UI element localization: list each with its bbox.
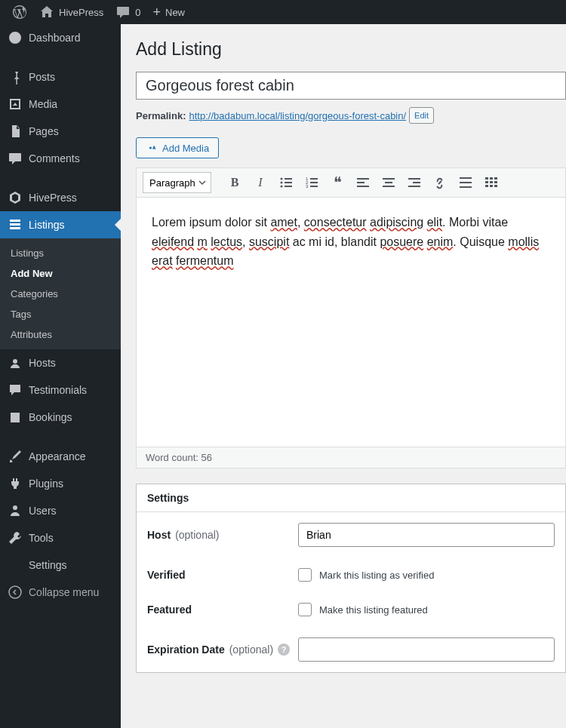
svg-rect-31 bbox=[494, 181, 497, 183]
svg-rect-30 bbox=[490, 181, 493, 183]
admin-topbar: HivePress 0 + New bbox=[0, 0, 566, 24]
collapse-icon bbox=[8, 585, 23, 600]
editor-box: Paragraph B I 123 ❝ Lorem ipsum dolor si… bbox=[136, 167, 566, 468]
submenu-categories[interactable]: Categories bbox=[0, 284, 121, 304]
main-content: Add Listing Permalink: http://badabum.lo… bbox=[121, 24, 566, 728]
link-icon bbox=[432, 175, 448, 190]
listing-title-input[interactable] bbox=[136, 72, 566, 100]
svg-point-1 bbox=[149, 146, 152, 149]
align-center-icon bbox=[381, 175, 396, 190]
field-expiration: Expiration Date (optional) ? bbox=[147, 637, 555, 662]
svg-rect-18 bbox=[385, 182, 392, 183]
featured-desc: Make this listing featured bbox=[319, 604, 428, 616]
svg-rect-7 bbox=[285, 186, 292, 187]
field-verified: Verified Mark this listing as verified bbox=[147, 568, 555, 582]
site-home-link[interactable]: HivePress bbox=[33, 0, 109, 24]
permalink-label: Permalink: bbox=[136, 110, 186, 121]
bullet-list-button[interactable] bbox=[275, 171, 297, 194]
editor-content[interactable]: Lorem ipsum dolor sit amet, consectetur … bbox=[137, 198, 565, 447]
host-select[interactable] bbox=[298, 523, 555, 547]
featured-checkbox[interactable] bbox=[298, 603, 312, 616]
submenu-attributes[interactable]: Attributes bbox=[0, 324, 121, 345]
verified-desc: Mark this listing as verified bbox=[319, 570, 434, 581]
menu-media[interactable]: Media bbox=[0, 91, 121, 118]
menu-bookings[interactable]: Bookings bbox=[0, 404, 121, 431]
comments-link[interactable]: 0 bbox=[109, 0, 146, 24]
italic-button[interactable]: I bbox=[249, 171, 272, 194]
format-select[interactable]: Paragraph bbox=[143, 172, 211, 193]
menu-appearance[interactable]: Appearance bbox=[0, 443, 121, 470]
submenu-listings-all[interactable]: Listings bbox=[0, 243, 121, 263]
site-name: HivePress bbox=[59, 7, 103, 18]
svg-rect-26 bbox=[485, 177, 488, 180]
menu-hosts[interactable]: Hosts bbox=[0, 349, 121, 376]
field-featured: Featured Make this listing featured bbox=[147, 603, 555, 616]
submenu-tags[interactable]: Tags bbox=[0, 304, 121, 324]
hosts-icon bbox=[8, 355, 23, 370]
wordpress-icon bbox=[12, 5, 27, 20]
align-center-button[interactable] bbox=[377, 171, 400, 194]
expiration-input[interactable] bbox=[298, 637, 555, 662]
new-content-link[interactable]: + New bbox=[146, 0, 191, 24]
comment-icon bbox=[115, 5, 131, 20]
kitchen-sink-button[interactable] bbox=[480, 171, 503, 194]
collapse-menu[interactable]: Collapse menu bbox=[0, 579, 121, 606]
readmore-icon bbox=[458, 175, 473, 190]
menu-testimonials[interactable]: Testimonials bbox=[0, 376, 121, 404]
plus-icon: + bbox=[152, 5, 161, 20]
svg-rect-5 bbox=[285, 178, 292, 180]
wp-logo-menu[interactable] bbox=[6, 0, 33, 24]
svg-rect-29 bbox=[485, 181, 488, 183]
brush-icon bbox=[8, 449, 23, 464]
menu-posts[interactable]: Posts bbox=[0, 63, 121, 91]
menu-pages[interactable]: Pages bbox=[0, 118, 121, 145]
link-button[interactable] bbox=[429, 171, 451, 194]
sliders-icon bbox=[8, 558, 23, 573]
svg-rect-19 bbox=[383, 186, 395, 187]
new-label: New bbox=[165, 7, 185, 18]
verified-checkbox[interactable] bbox=[298, 568, 312, 582]
editor-toolbar: Paragraph B I 123 ❝ bbox=[137, 168, 565, 198]
svg-point-0 bbox=[9, 586, 21, 598]
bold-button[interactable]: B bbox=[223, 171, 246, 194]
svg-rect-25 bbox=[460, 186, 472, 188]
menu-plugins[interactable]: Plugins bbox=[0, 470, 121, 497]
menu-tools[interactable]: Tools bbox=[0, 524, 121, 551]
menu-settings[interactable]: Settings bbox=[0, 551, 121, 579]
menu-users[interactable]: Users bbox=[0, 497, 121, 524]
quote-button[interactable]: ❝ bbox=[326, 171, 349, 194]
submenu-add-new[interactable]: Add New bbox=[0, 263, 121, 284]
readmore-button[interactable] bbox=[454, 171, 477, 194]
page-title: Add Listing bbox=[136, 39, 566, 60]
menu-dashboard[interactable]: Dashboard bbox=[0, 24, 121, 51]
align-right-button[interactable] bbox=[403, 171, 426, 194]
svg-rect-27 bbox=[490, 177, 493, 180]
permalink-row: Permalink: http://badabum.local/listing/… bbox=[136, 107, 566, 124]
field-host: Host (optional) bbox=[147, 523, 555, 547]
menu-comments[interactable]: Comments bbox=[0, 145, 121, 172]
edit-permalink-button[interactable]: Edit bbox=[409, 107, 434, 124]
permalink-link[interactable]: http://badabum.local/listing/gorgeous-fo… bbox=[189, 110, 406, 121]
svg-point-2 bbox=[281, 178, 283, 180]
submenu-listings: Listings Add New Categories Tags Attribu… bbox=[0, 238, 121, 349]
number-list-button[interactable]: 123 bbox=[300, 171, 323, 194]
help-icon[interactable]: ? bbox=[278, 644, 290, 656]
plug-icon bbox=[8, 476, 23, 491]
align-right-icon bbox=[407, 175, 422, 190]
dashboard-icon bbox=[8, 30, 23, 45]
wrench-icon bbox=[8, 530, 23, 545]
admin-sidebar: Dashboard Posts Media Pages Comments Hiv… bbox=[0, 24, 121, 728]
svg-rect-15 bbox=[357, 182, 365, 183]
add-media-button[interactable]: Add Media bbox=[136, 137, 219, 158]
pages-icon bbox=[8, 124, 23, 139]
align-left-icon bbox=[355, 175, 371, 190]
listings-icon bbox=[8, 217, 23, 232]
align-left-button[interactable] bbox=[352, 171, 374, 194]
svg-rect-21 bbox=[413, 182, 420, 183]
svg-point-3 bbox=[281, 182, 283, 184]
testimonials-icon bbox=[8, 382, 23, 398]
svg-rect-11 bbox=[310, 178, 318, 180]
svg-rect-22 bbox=[408, 186, 420, 187]
menu-hivepress[interactable]: HivePress bbox=[0, 184, 121, 211]
menu-listings[interactable]: Listings bbox=[0, 211, 121, 238]
